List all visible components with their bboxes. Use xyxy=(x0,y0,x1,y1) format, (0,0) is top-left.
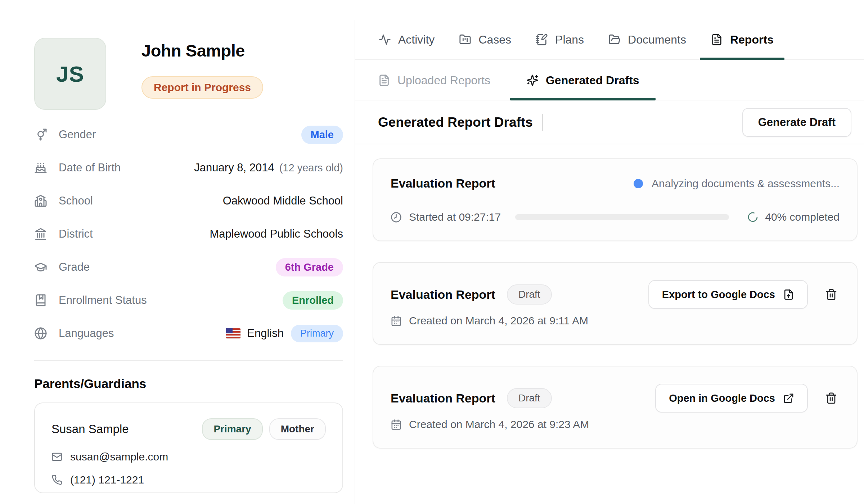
enrollment-row: Enrollment Status Enrolled xyxy=(34,291,343,310)
sparkles-icon xyxy=(526,74,539,86)
file-text-icon xyxy=(378,74,390,86)
grade-label: Grade xyxy=(59,261,90,274)
draft-card-in-progress: Evaluation Report Analyzing documents & … xyxy=(373,158,858,241)
gender-icon xyxy=(34,128,47,141)
dob-label: Date of Birth xyxy=(59,161,121,174)
draft-card-open: Evaluation Report Draft Open in Google D… xyxy=(373,366,858,449)
open-button-label: Open in Google Docs xyxy=(669,392,775,404)
open-in-google-docs-button[interactable]: Open in Google Docs xyxy=(655,384,808,413)
student-name: John Sample xyxy=(141,41,263,60)
file-up-icon xyxy=(783,289,794,300)
school-row: School Oakwood Middle School xyxy=(34,192,343,210)
left-section-divider xyxy=(34,360,343,361)
draft-card-export: Evaluation Report Draft Export to Google… xyxy=(373,262,858,345)
created-at-text: Created on March 4, 2026 at 9:23 AM xyxy=(409,418,589,431)
export-button-label: Export to Google Docs xyxy=(662,289,775,301)
draft-status-text: Analyzing documents & assessments... xyxy=(652,177,840,190)
avatar: JS xyxy=(34,38,106,110)
cake-icon xyxy=(34,161,47,174)
title-divider xyxy=(542,114,543,131)
delete-draft-button[interactable] xyxy=(823,390,840,406)
school-label: School xyxy=(59,194,93,207)
tab-documents[interactable]: Documents xyxy=(598,20,697,59)
status-dot-icon xyxy=(634,179,643,188)
tab-activity[interactable]: Activity xyxy=(368,20,445,59)
started-at-text: Started at 09:27:17 xyxy=(409,211,501,223)
activity-icon xyxy=(379,33,391,46)
dob-value: January 8, 2014 xyxy=(194,161,274,174)
subtab-generated-label: Generated Drafts xyxy=(546,74,639,87)
draft-status-badge: Draft xyxy=(507,284,552,305)
subtab-generated-drafts[interactable]: Generated Drafts xyxy=(510,61,656,100)
subtab-uploaded-label: Uploaded Reports xyxy=(397,74,490,87)
guardian-name: Susan Sample xyxy=(51,422,129,436)
calendar-icon xyxy=(391,419,402,430)
draft-cards-list: Evaluation Report Analyzing documents & … xyxy=(373,158,858,449)
file-text-icon xyxy=(711,33,723,46)
tab-reports-label: Reports xyxy=(730,33,774,46)
age-note: (12 years old) xyxy=(279,162,343,174)
globe-icon xyxy=(34,327,47,340)
mail-icon xyxy=(51,451,62,462)
draft-title: Evaluation Report xyxy=(391,288,495,302)
tab-cases[interactable]: Cases xyxy=(448,20,522,59)
guardian-phone-row: (121) 121-1221 xyxy=(51,474,326,486)
language-primary-badge: Primary xyxy=(291,325,343,342)
main-tabs: Activity Cases Plans Documents Reports xyxy=(355,20,864,60)
progress-label: 40% completed xyxy=(765,211,840,223)
notebook-pen-icon xyxy=(536,33,548,46)
panel-title: Generated Report Drafts xyxy=(378,115,533,130)
guardian-email: susan@sample.com xyxy=(70,451,168,463)
graduation-cap-icon xyxy=(34,261,47,274)
landmark-icon xyxy=(34,228,47,240)
created-at-text: Created on March 4, 2026 at 9:11 AM xyxy=(409,315,588,327)
gender-badge: Male xyxy=(301,126,343,144)
grade-row: Grade 6th Grade xyxy=(34,258,343,276)
loader-spinner-icon xyxy=(747,211,759,223)
enrollment-label: Enrollment Status xyxy=(59,294,147,307)
guardian-relation-badge: Mother xyxy=(269,418,326,440)
district-row: District Maplewood Public Schools xyxy=(34,225,343,243)
folder-open-icon xyxy=(608,33,621,46)
guardians-section-title: Parents/Guardians xyxy=(34,377,146,391)
guardian-card: Susan Sample Primary Mother susan@sample… xyxy=(34,402,343,493)
reports-subtabs: Uploaded Reports Generated Drafts xyxy=(355,61,864,100)
subtab-uploaded-reports[interactable]: Uploaded Reports xyxy=(368,61,507,100)
calendar-icon xyxy=(391,315,402,327)
avatar-initials: JS xyxy=(56,61,84,87)
dob-row: Date of Birth January 8, 2014 (12 years … xyxy=(34,158,343,177)
trash-icon xyxy=(825,288,837,301)
languages-label: Languages xyxy=(59,327,114,340)
us-flag-icon xyxy=(226,328,240,338)
tab-cases-label: Cases xyxy=(478,33,511,46)
languages-row: Languages English Primary xyxy=(34,324,343,343)
delete-draft-button[interactable] xyxy=(823,286,840,303)
school-icon xyxy=(34,194,47,207)
school-value: Oakwood Middle School xyxy=(223,194,343,207)
district-label: District xyxy=(59,228,93,240)
tab-documents-label: Documents xyxy=(628,33,686,46)
draft-title: Evaluation Report xyxy=(391,176,495,190)
district-value: Maplewood Public Schools xyxy=(210,228,343,240)
book-icon xyxy=(34,294,47,307)
external-link-icon xyxy=(783,393,794,404)
enrollment-badge: Enrolled xyxy=(283,291,343,310)
phone-icon xyxy=(51,474,62,485)
student-report-screen: JS John Sample Report in Progress Gender… xyxy=(0,0,864,504)
tab-reports[interactable]: Reports xyxy=(700,20,784,59)
gender-row: Gender Male xyxy=(34,125,343,144)
tab-activity-label: Activity xyxy=(398,33,435,46)
progress-bar xyxy=(515,214,729,220)
clock-icon xyxy=(391,212,402,223)
student-profile-panel: JS John Sample Report in Progress Gender… xyxy=(0,0,355,504)
tab-plans-label: Plans xyxy=(555,33,584,46)
draft-title: Evaluation Report xyxy=(391,391,495,405)
generate-draft-button[interactable]: Generate Draft xyxy=(742,108,851,137)
export-to-google-docs-button[interactable]: Export to Google Docs xyxy=(648,280,808,309)
guardian-phone: (121) 121-1221 xyxy=(70,474,144,486)
guardian-email-row: susan@sample.com xyxy=(51,451,326,463)
reports-panel: Activity Cases Plans Documents Reports xyxy=(355,0,864,504)
report-in-progress-badge: Report in Progress xyxy=(141,76,263,99)
draft-status-badge: Draft xyxy=(507,388,552,408)
tab-plans[interactable]: Plans xyxy=(525,20,595,59)
